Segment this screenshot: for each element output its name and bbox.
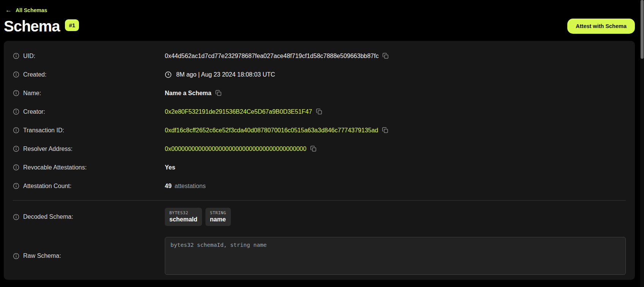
attestation-count-label: Attestation Count: (23, 183, 71, 190)
field-type: BYTES32 (169, 210, 197, 215)
schema-number-badge: #1 (65, 19, 79, 31)
clock-icon (165, 71, 172, 78)
row-raw-schema: Raw Schema: bytes32 schemaId, string nam… (13, 237, 626, 275)
info-icon (13, 90, 19, 96)
copy-icon[interactable] (382, 53, 389, 59)
row-creator: Creator: 0x2e80F532191de291536B24Ce5D67a… (13, 102, 626, 121)
created-label: Created: (23, 71, 46, 78)
back-link-label: All Schemas (16, 7, 47, 13)
revocable-value: Yes (165, 164, 175, 171)
attestation-count-value: 49 (165, 183, 172, 190)
attestations-link[interactable]: attestations (175, 183, 206, 190)
row-decoded-schema: Decoded Schema: BYTES32 schemaId STRING … (13, 201, 626, 233)
title-row: Schema #1 Attest with Schema (4, 15, 644, 37)
schema-field-chip: BYTES32 schemaId (165, 208, 202, 226)
resolver-address-label: Resolver Address: (23, 146, 73, 152)
name-label: Name: (23, 90, 41, 97)
creator-label: Creator: (23, 108, 45, 115)
info-icon (13, 108, 19, 115)
info-icon (13, 183, 19, 189)
attest-with-schema-button[interactable]: Attest with Schema (567, 19, 635, 34)
transaction-id-link[interactable]: 0xdf16c8cff2652c6ce52f3cda40d0878070016c… (165, 127, 378, 134)
decoded-schema-label: Decoded Schema: (23, 213, 73, 220)
scrollbar-thumb[interactable] (641, 0, 644, 59)
created-value: 8M ago | Aug 23 2024 18:08:03 UTC (176, 71, 275, 78)
field-name: schemaId (169, 216, 197, 223)
copy-icon[interactable] (382, 127, 388, 133)
row-revocable-attestations: Revocable Attestations: Yes (13, 158, 626, 177)
creator-address-link[interactable]: 0x2e80F532191de291536B24Ce5D67a9B0D3E51F… (165, 108, 312, 115)
field-type: STRING (210, 210, 226, 215)
info-icon (13, 253, 19, 259)
scrollbar[interactable] (640, 0, 644, 287)
info-icon (13, 146, 19, 152)
transaction-id-label: Transaction ID: (23, 127, 64, 134)
copy-icon[interactable] (316, 108, 322, 115)
info-icon (13, 164, 19, 171)
raw-schema-textarea[interactable]: bytes32 schemaId, string name (165, 237, 626, 275)
raw-schema-label: Raw Schema: (23, 252, 61, 259)
schema-details-card: UID: 0x44d562ac1d7cd77e232978687fea027ac… (4, 41, 635, 280)
back-arrow-icon: ← (5, 7, 12, 13)
info-icon (13, 53, 19, 59)
schema-field-chip: STRING name (205, 208, 231, 226)
field-name: name (210, 216, 226, 223)
row-transaction-id: Transaction ID: 0xdf16c8cff2652c6ce52f3c… (13, 121, 626, 140)
uid-value: 0x44d562ac1d7cd77e232978687fea027ace48f7… (165, 53, 379, 60)
row-attestation-count: Attestation Count: 49 attestations (13, 177, 626, 195)
row-name: Name: Name a Schema (13, 84, 626, 102)
decoded-schema-fields: BYTES32 schemaId STRING name (165, 208, 231, 226)
resolver-address-link[interactable]: 0x00000000000000000000000000000000000000… (165, 146, 306, 152)
info-icon (13, 71, 19, 78)
uid-label: UID: (23, 53, 35, 60)
copy-icon[interactable] (215, 90, 222, 96)
revocable-attestations-label: Revocable Attestations: (23, 164, 87, 171)
page-title: Schema (4, 19, 60, 34)
name-value: Name a Schema (165, 90, 212, 97)
info-icon (13, 214, 19, 220)
row-resolver-address: Resolver Address: 0x00000000000000000000… (13, 140, 626, 158)
row-uid: UID: 0x44d562ac1d7cd77e232978687fea027ac… (13, 47, 626, 65)
back-link-all-schemas[interactable]: ← All Schemas (5, 7, 47, 13)
schema-detail-page: ← All Schemas Schema #1 Attest with Sche… (0, 0, 644, 287)
info-icon (13, 127, 19, 133)
row-created: Created: 8M ago | Aug 23 2024 18:08:03 U… (13, 65, 626, 84)
copy-icon[interactable] (310, 146, 317, 152)
